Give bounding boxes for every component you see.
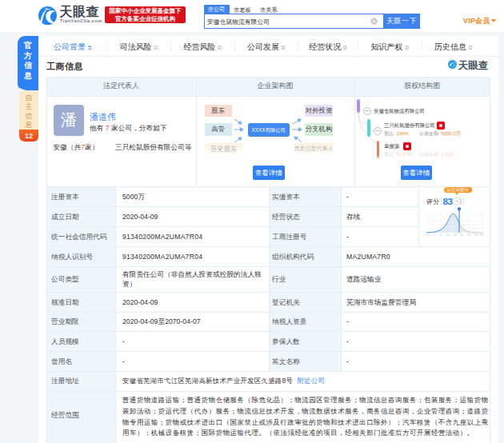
svg-text:5: 5: [440, 233, 442, 236]
svg-text:0: 0: [426, 233, 428, 236]
svg-text:15: 15: [446, 233, 450, 236]
svg-text:95: 95: [467, 233, 470, 236]
svg-text:45: 45: [454, 233, 457, 236]
svg-text:100: 100: [479, 233, 483, 236]
svg-text:85: 85: [461, 233, 464, 236]
svg-text:1: 1: [433, 233, 434, 236]
svg-text:99: 99: [474, 233, 478, 236]
